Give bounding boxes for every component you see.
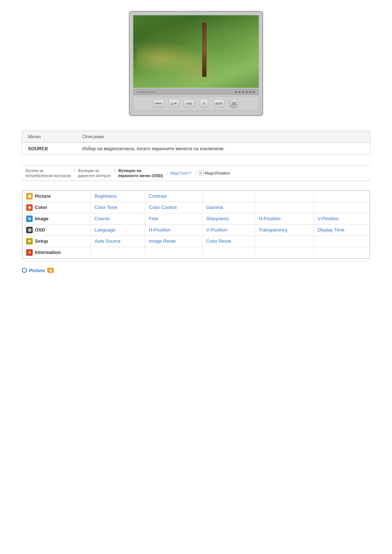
colorcontrol-cell[interactable]: Color Control	[145, 202, 203, 213]
colortone-cell[interactable]: Color Tone	[91, 202, 145, 213]
osd-icon: ▤	[26, 227, 33, 233]
osd-menu-table: ▣ Picture Brightness Contrast ◉ Color	[22, 190, 370, 259]
empty-cell-6	[255, 235, 314, 247]
sharpness-cell[interactable]: Sharpness	[202, 213, 255, 224]
brightness-button[interactable]: ▲/▼	[168, 99, 179, 108]
colortone-link[interactable]: Color Tone	[94, 205, 117, 210]
image-icon: ⊕	[26, 216, 33, 222]
hposition-osd-cell[interactable]: H-Position	[145, 224, 203, 235]
empty-cell-9	[145, 247, 203, 258]
vposition-osd-link[interactable]: V-Position	[206, 227, 228, 233]
empty-cell-11	[255, 247, 314, 258]
colorcontrol-link[interactable]: Color Control	[149, 205, 177, 210]
picture-circle-icon	[22, 268, 27, 273]
monitor-controls-bar: MENU ▲/▼ A/G ⊙ AUTO ⏻	[133, 97, 259, 110]
brightness-link[interactable]: Brightness	[94, 193, 117, 199]
table-row: ⊕ Image Coarse Fine Sharpness H-Position…	[23, 213, 370, 224]
table-row: ◉ Color Color Tone Color Control Gamma	[23, 202, 370, 213]
contrast-link[interactable]: Contrast	[149, 193, 167, 199]
gamma-cell[interactable]: Gamma	[202, 202, 255, 213]
empty-cell-4	[255, 202, 314, 213]
sharpness-link[interactable]: Sharpness	[206, 216, 229, 221]
nav-osd[interactable]: Функции наекранното меню (OSD)	[114, 168, 167, 178]
language-link[interactable]: Language	[94, 227, 115, 233]
colorreset-link[interactable]: Color Reset	[206, 238, 231, 244]
empty-cell-1	[202, 190, 255, 202]
table-row: ⊞ Setup Auto Source Image Reset Color Re…	[23, 235, 370, 247]
header-menu-label: Меню	[22, 131, 77, 142]
nav-user-controls-label: Бутони запотребителски контроли	[25, 168, 71, 178]
picture-icon: ▣	[26, 193, 33, 200]
imagereset-link[interactable]: Image Reset	[149, 238, 176, 244]
empty-cell-10	[202, 247, 255, 258]
gamma-link[interactable]: Gamma	[206, 205, 223, 210]
transparency-cell[interactable]: Transparency	[255, 224, 314, 235]
color-icon: ◉	[26, 204, 33, 211]
coarse-link[interactable]: Coarse	[94, 216, 110, 221]
nav-direct-control[interactable]: Функции задиректен контрол	[74, 168, 114, 178]
source-menu-cell: SOURCE	[22, 143, 77, 154]
colorreset-cell[interactable]: Color Reset	[202, 235, 255, 247]
dot-5	[249, 91, 252, 93]
monitor-frame: SAMSUNG MENU ▲/▼ A/G ⊙ AUTO ⏻	[129, 11, 263, 116]
monitor-screen	[133, 15, 259, 88]
osd-menu-cell: ▤ OSD	[23, 224, 91, 235]
picture-menu-cell: ▣ Picture	[23, 190, 91, 202]
menu-button[interactable]: MENU	[153, 99, 164, 108]
vposition-osd-cell[interactable]: V-Position	[202, 224, 255, 235]
information-icon: ⊙	[26, 249, 33, 256]
monitor-indicator-dots	[234, 91, 255, 93]
contrast-cell[interactable]: Contrast	[145, 190, 203, 202]
source-button[interactable]: ⊙	[199, 98, 209, 108]
language-cell[interactable]: Language	[91, 224, 145, 235]
picture-label: Picture	[35, 193, 51, 199]
table-row: ⊙ Information	[23, 247, 370, 258]
coarse-cell[interactable]: Coarse	[91, 213, 145, 224]
displaytime-link[interactable]: Display Time	[318, 227, 344, 233]
dot-4	[245, 91, 248, 93]
source-desc-cell: Избор на видеосигнала, когато екранните …	[77, 143, 370, 154]
monitor-brand-bar: SAMSUNG	[133, 89, 259, 95]
vposition-image-cell[interactable]: V-Position	[314, 213, 369, 224]
table-row: ▤ OSD Language H-Position V-Position Tra…	[23, 224, 370, 235]
power-button[interactable]: ⏻	[229, 98, 239, 108]
nav-user-controls[interactable]: Бутони запотребителски контроли	[22, 168, 74, 178]
empty-cell-3	[314, 190, 369, 202]
brightness-cell[interactable]: Brightness	[91, 190, 145, 202]
empty-cell-7	[314, 235, 369, 247]
empty-cell-12	[314, 247, 369, 258]
hposition-image-cell[interactable]: H-Position	[255, 213, 314, 224]
ag-button[interactable]: A/G	[184, 99, 195, 108]
picture-external-icon: ▣	[47, 268, 54, 273]
setup-icon: ⊞	[26, 238, 33, 245]
nav-direct-control-label: Функции задиректен контрол	[78, 168, 111, 178]
monitor-section: SAMSUNG MENU ▲/▼ A/G ⊙ AUTO ⏻	[22, 11, 370, 116]
autosource-link[interactable]: Auto Source	[94, 238, 121, 244]
imagereset-cell[interactable]: Image Reset	[145, 235, 203, 247]
dot-6	[253, 91, 255, 93]
hposition-image-link[interactable]: H-Position	[259, 216, 281, 221]
setup-label: Setup	[35, 238, 48, 244]
menu-table-header: Меню Описание	[22, 131, 370, 143]
fine-link[interactable]: Fine	[149, 216, 158, 221]
auto-button[interactable]: AUTO	[213, 99, 224, 108]
color-menu-cell: ◉ Color	[23, 202, 91, 213]
fine-cell[interactable]: Fine	[145, 213, 203, 224]
displaytime-cell[interactable]: Display Time	[314, 224, 369, 235]
hposition-osd-link[interactable]: H-Position	[149, 227, 171, 233]
image-label: Image	[35, 216, 49, 221]
osd-label: OSD	[35, 227, 45, 233]
nav-osd-label: Функции наекранното меню (OSD)	[118, 168, 163, 178]
nav-magictune[interactable]: MagicTune™	[167, 171, 195, 175]
table-row: ▣ Picture Brightness Contrast	[23, 190, 370, 202]
menu-description-table: Меню Описание SOURCE Избор на видеосигна…	[22, 131, 370, 155]
transparency-link[interactable]: Transparency	[259, 227, 287, 233]
nav-magicrotation[interactable]: ⟳ MagicRotation	[195, 171, 234, 176]
empty-cell-2	[255, 190, 314, 202]
vposition-image-link[interactable]: V-Position	[318, 216, 339, 221]
dot-2	[238, 91, 241, 93]
monitor-brand: SAMSUNG	[137, 90, 157, 94]
picture-link-label[interactable]: Picture	[29, 268, 45, 273]
empty-cell-5	[314, 202, 369, 213]
autosource-cell[interactable]: Auto Source	[91, 235, 145, 247]
